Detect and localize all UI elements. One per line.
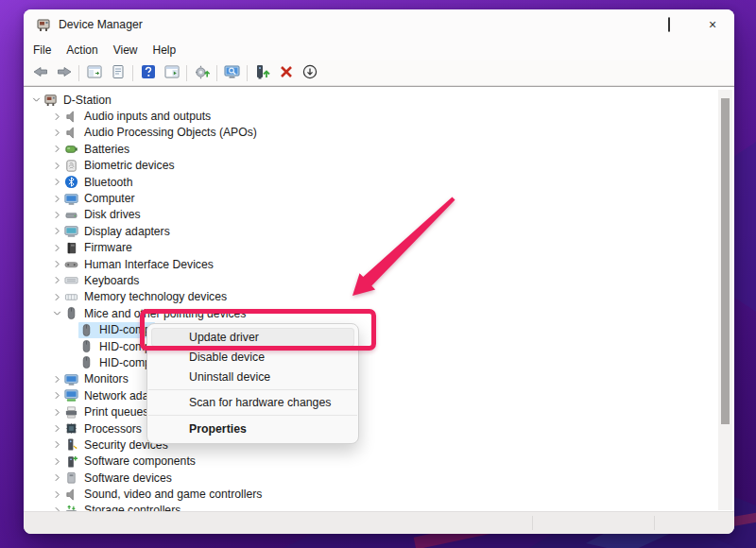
tree-item-label: Sound, video and game controllers	[84, 488, 262, 501]
context-menu-item-scan-for-hardware-changes[interactable]: Scan for hardware changes	[151, 393, 354, 412]
tree-item-label: Software devices	[84, 471, 172, 485]
tree-item-software-devices[interactable]: Software devices	[24, 470, 734, 486]
chevron-right-icon[interactable]	[50, 110, 63, 123]
action-pane-button[interactable]	[160, 63, 183, 83]
tree-item-mice-and-other-pointing-devices[interactable]: Mice and other pointing devices	[24, 305, 734, 321]
tree-item-label: Bluetooth	[84, 176, 133, 189]
tree-item-software-components[interactable]: Software components	[24, 454, 734, 470]
tree-item-hid-comp[interactable]: HID-comp	[24, 338, 734, 354]
scan-hardware-button[interactable]	[190, 63, 214, 83]
console-tree-icon	[86, 63, 103, 83]
context-menu-item-uninstall-device[interactable]: Uninstall device	[151, 368, 354, 386]
menu-action[interactable]: Action	[59, 42, 105, 59]
tree-item-security-devices[interactable]: Security devices	[24, 437, 734, 453]
tree-item-audio-inputs-and-outputs[interactable]: Audio inputs and outputs	[24, 108, 734, 124]
context-menu-separator	[148, 415, 357, 416]
tree-item-audio-processing-objects-apos[interactable]: Audio Processing Objects (APOs)	[24, 125, 734, 141]
close-button[interactable]: ×	[691, 9, 734, 40]
properties-button[interactable]	[106, 63, 129, 83]
chevron-right-icon[interactable]	[50, 274, 63, 287]
bluetooth-icon	[64, 175, 79, 189]
tree-item-label: Memory technology devices	[84, 290, 227, 303]
disk-icon	[64, 208, 79, 222]
back-arrow-icon	[32, 63, 49, 83]
tree-item-batteries[interactable]: Batteries	[24, 141, 734, 157]
tree-item-bluetooth[interactable]: Bluetooth	[24, 174, 734, 190]
monitor-icon	[64, 372, 79, 386]
workstation-icon	[43, 93, 59, 107]
chevron-right-icon[interactable]	[50, 258, 63, 271]
chevron-down-icon[interactable]	[29, 94, 43, 107]
chevron-right-icon[interactable]	[50, 389, 63, 402]
chevron-right-icon[interactable]	[50, 176, 63, 189]
chevron-right-icon[interactable]	[50, 143, 63, 156]
vertical-scrollbar[interactable]	[718, 90, 732, 510]
printer-icon	[64, 405, 79, 420]
tree-item-hid-comp[interactable]: HID-comp	[24, 321, 734, 337]
search-computer-button[interactable]	[220, 63, 244, 83]
menu-view[interactable]: View	[106, 42, 146, 59]
chevron-right-icon[interactable]	[50, 471, 63, 485]
speaker-icon	[64, 488, 79, 502]
tree-item-label: Disk drives	[84, 208, 141, 221]
disable-device-button[interactable]	[298, 63, 321, 83]
chevron-right-icon[interactable]	[50, 241, 63, 254]
toolbar	[24, 60, 734, 86]
forward-arrow-button[interactable]	[52, 63, 76, 83]
tree-item-label: Human Interface Devices	[84, 258, 214, 271]
fingerprint-icon	[64, 159, 79, 173]
chevron-right-icon[interactable]	[50, 192, 63, 205]
tree-item-label: Monitors	[84, 372, 129, 385]
window-title: Device Manager	[59, 18, 143, 31]
chevron-right-icon[interactable]	[50, 208, 63, 221]
chevron-right-icon[interactable]	[50, 438, 63, 452]
firmware-icon	[64, 241, 79, 255]
network-icon	[64, 388, 79, 402]
toolbar-separator	[78, 65, 79, 81]
uninstall-device-button[interactable]	[274, 63, 298, 83]
tree-item-sound-video-and-game-controllers[interactable]: Sound, video and game controllers	[24, 486, 734, 502]
title-bar[interactable]: Device Manager ×	[24, 9, 734, 40]
tree-item-biometric-devices[interactable]: Biometric devices	[24, 158, 734, 174]
minimize-button[interactable]	[604, 9, 647, 40]
chevron-right-icon[interactable]	[50, 225, 63, 238]
context-menu-item-properties[interactable]: Properties	[151, 419, 354, 439]
chevron-right-icon[interactable]	[50, 454, 63, 468]
console-tree-button[interactable]	[82, 63, 106, 83]
chevron-right-icon[interactable]	[50, 372, 63, 385]
chevron-right-icon[interactable]	[50, 422, 63, 436]
chevron-right-icon[interactable]	[50, 405, 63, 419]
back-arrow-button[interactable]	[28, 63, 52, 83]
tree-item-label: Software components	[84, 454, 196, 468]
chevron-right-icon[interactable]	[50, 126, 63, 139]
status-bar-divider	[532, 516, 533, 530]
tree-item-label: Firmware	[84, 241, 132, 254]
tree-item-print-queues[interactable]: Print queues	[24, 403, 734, 420]
mouse-icon	[64, 306, 79, 320]
tree-item-d-station[interactable]: D-Station	[24, 92, 734, 108]
menu-file[interactable]: File	[26, 42, 59, 59]
security-icon	[64, 437, 79, 452]
chevron-down-icon[interactable]	[50, 307, 63, 320]
chevron-right-icon[interactable]	[50, 488, 63, 501]
chevron-right-icon[interactable]	[50, 159, 63, 172]
toolbar-separator	[186, 65, 187, 81]
context-menu-item-disable-device[interactable]: Disable device	[151, 348, 354, 367]
update-driver-button[interactable]	[250, 63, 274, 83]
speaker-icon	[64, 110, 79, 124]
help-button[interactable]	[136, 63, 160, 83]
menu-help[interactable]: Help	[146, 42, 184, 59]
tree-item-monitors[interactable]: Monitors	[24, 371, 734, 387]
disable-device-icon	[301, 63, 318, 83]
maximize-button[interactable]	[647, 9, 691, 40]
tree-item-network-adap[interactable]: Network adap	[24, 387, 734, 403]
device-manager-window: Device Manager × FileActionViewHelp D-St…	[24, 9, 734, 534]
chevron-right-icon[interactable]	[50, 290, 63, 303]
toolbar-separator	[247, 65, 248, 81]
tree-item-processors[interactable]: Processors	[24, 420, 734, 437]
tree-item-label: HID-comp	[99, 356, 151, 369]
hid-icon	[64, 257, 79, 271]
tree-item-label: Biometric devices	[84, 159, 175, 172]
tree-item-hid-comp[interactable]: HID-comp	[24, 354, 734, 370]
scrollbar-thumb[interactable]	[721, 98, 730, 424]
